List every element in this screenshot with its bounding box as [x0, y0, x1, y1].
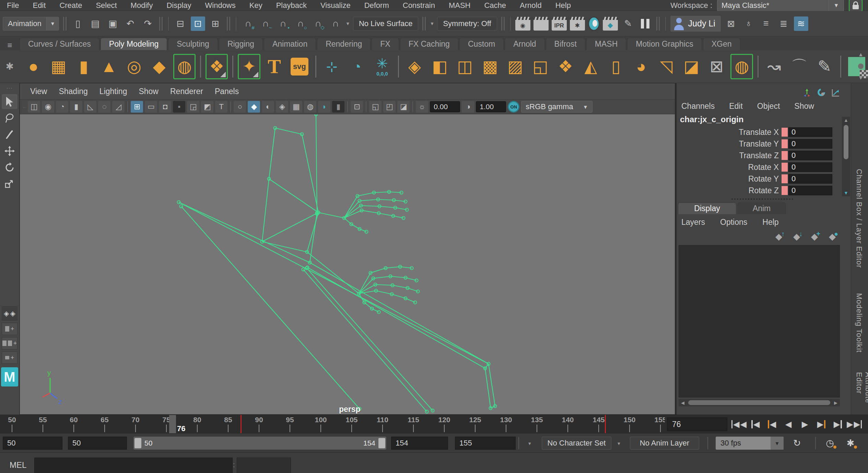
- step-back-frame-button[interactable]: ◀: [748, 417, 763, 432]
- layer-menu-layers[interactable]: Layers: [681, 218, 705, 227]
- go-to-start-button[interactable]: ◀◀: [731, 417, 747, 432]
- pause-viewport-icon[interactable]: [638, 17, 652, 31]
- extrude-icon[interactable]: ◱: [529, 54, 551, 79]
- show-manipulators-icon[interactable]: [801, 87, 812, 98]
- make-live-icon[interactable]: ∩: [328, 16, 343, 31]
- channel-box-menu-edit[interactable]: Edit: [729, 102, 743, 111]
- tab-channel-box-layer-editor[interactable]: Channel Box / Layer Editor: [855, 169, 864, 268]
- selected-object-name[interactable]: char:jx_c_origin: [680, 115, 743, 124]
- scroll-right-icon[interactable]: ▶: [832, 400, 840, 405]
- poly-plane-icon[interactable]: ◆: [148, 54, 170, 79]
- poly-text-icon[interactable]: T: [263, 54, 285, 79]
- paint-effects-icon[interactable]: ✎: [621, 16, 635, 31]
- multi-cut-icon[interactable]: ◪: [680, 54, 703, 79]
- separate-icon[interactable]: ◧: [429, 54, 451, 79]
- wireframe-mode-icon[interactable]: ○: [234, 101, 246, 113]
- user-account[interactable]: Judy Li: [670, 16, 721, 32]
- character-set-dropdown[interactable]: No Character Set: [542, 437, 611, 450]
- xray-joints-icon[interactable]: ◰: [383, 101, 396, 113]
- viewport-camera-icon[interactable]: ◫: [28, 101, 40, 113]
- select-object-icon[interactable]: ⊡: [191, 16, 205, 31]
- film-gate-icon[interactable]: ▭: [145, 101, 157, 113]
- safe-title-icon[interactable]: T: [215, 101, 227, 113]
- play-forwards-button[interactable]: ▶: [797, 417, 812, 432]
- range-end-handle[interactable]: [378, 438, 385, 448]
- shadows-icon[interactable]: ◗: [318, 101, 330, 113]
- menu-file[interactable]: File: [0, 0, 26, 11]
- anim-layer-arrow-icon[interactable]: ▾: [618, 440, 620, 447]
- render-setup-icon[interactable]: ◆: [603, 17, 618, 31]
- exposure-field[interactable]: 0.00: [430, 101, 460, 112]
- poly-cube-icon[interactable]: ▦: [47, 54, 70, 79]
- mirror-icon[interactable]: ◫: [454, 54, 476, 79]
- svg-tool-icon[interactable]: svg: [288, 54, 310, 79]
- channel-label[interactable]: Rotate X: [748, 163, 779, 172]
- playback-end-field[interactable]: 154: [391, 437, 448, 450]
- frame-ruler[interactable]: 5055606570758085909510010511011512012513…: [0, 415, 665, 434]
- snap-to-curve-icon[interactable]: ∩~: [258, 16, 273, 31]
- channel-label[interactable]: Rotate Z: [749, 186, 779, 195]
- camera-lock-icon[interactable]: ◉: [42, 101, 54, 113]
- shelf-menu-icon[interactable]: ≡: [0, 41, 20, 50]
- menu-modify[interactable]: Modify: [124, 0, 160, 11]
- shelf-tab-motion-graphics[interactable]: Motion Graphics: [627, 38, 702, 50]
- channel-value-field[interactable]: 0: [788, 174, 832, 184]
- channel-box-menu-channels[interactable]: Channels: [681, 102, 715, 111]
- panel-grip-dots[interactable]: ∙∙: [23, 104, 25, 110]
- channel-label[interactable]: Translate X: [739, 128, 779, 137]
- open-scene-icon[interactable]: ▤: [88, 16, 103, 31]
- layout-single-pane-button[interactable]: +: [2, 323, 17, 335]
- rotate-tool[interactable]: [2, 160, 17, 175]
- shelf-tab-rendering[interactable]: Rendering: [317, 38, 371, 50]
- create-empty-layer-button[interactable]: ◆+: [808, 231, 821, 242]
- menu-edit[interactable]: Edit: [26, 0, 52, 11]
- move-tool[interactable]: [2, 143, 17, 159]
- channel-box-menu-show[interactable]: Show: [794, 102, 814, 111]
- step-forward-key-button[interactable]: ▶: [814, 417, 829, 432]
- menu-display[interactable]: Display: [160, 0, 198, 11]
- contrast-field[interactable]: 1.00: [476, 101, 506, 112]
- viewport-canvas[interactable]: persp y z: [20, 114, 675, 414]
- last-tool-slot[interactable]: ◈◈: [2, 306, 17, 321]
- fill-hole-icon[interactable]: ▩: [479, 54, 501, 79]
- render-settings-icon[interactable]: ✱: [570, 17, 585, 31]
- playback-start-field[interactable]: 50: [68, 437, 127, 450]
- channel-label[interactable]: Translate Z: [739, 151, 779, 160]
- shelf-tab-bifrost[interactable]: Bifrost: [546, 38, 585, 50]
- snap-to-point-icon[interactable]: ∩•: [276, 16, 290, 31]
- shelf-tab-poly-modeling[interactable]: Poly Modeling: [101, 38, 167, 50]
- combine-icon[interactable]: ◈: [403, 54, 426, 79]
- bookmark-icon[interactable]: ▮: [70, 101, 82, 113]
- channel-value-field[interactable]: 0: [788, 127, 832, 137]
- shelf-tab-fx[interactable]: FX: [372, 38, 399, 50]
- platonic-solid-icon[interactable]: ❖: [206, 54, 228, 79]
- layout-four-pane-button[interactable]: +: [2, 351, 17, 364]
- shelf-tab-curves-surfaces[interactable]: Curves / Surfaces: [20, 38, 99, 50]
- poly-torus-icon[interactable]: ◎: [123, 54, 145, 79]
- save-scene-icon[interactable]: ▣: [106, 16, 120, 31]
- tab-attribute-editor[interactable]: Attribute Editor: [855, 372, 868, 415]
- lock-workspace-button[interactable]: [849, 0, 863, 12]
- shelf-tab-fx-caching[interactable]: FX Caching: [400, 38, 458, 50]
- range-start-handle[interactable]: [134, 438, 141, 448]
- gate-mask-icon[interactable]: ▪: [173, 101, 185, 113]
- shelf-tab-animation[interactable]: Animation: [264, 38, 316, 50]
- current-frame-field[interactable]: 76: [667, 417, 727, 431]
- shelf-tab-custom[interactable]: Custom: [459, 38, 504, 50]
- create-layer-from-selected-button[interactable]: ◆●: [826, 231, 838, 242]
- isolate-select-icon[interactable]: ⊡: [351, 101, 363, 113]
- toolbar-grip[interactable]: [422, 17, 426, 31]
- scroll-thumb[interactable]: [844, 125, 848, 159]
- poly-cone-icon[interactable]: ▲: [98, 54, 120, 79]
- shelf-gear-icon[interactable]: ✱: [0, 61, 19, 72]
- ipr-render-icon[interactable]: IPR: [552, 17, 567, 31]
- toolbar-grip[interactable]: [159, 17, 163, 31]
- panel-menu-shading[interactable]: Shading: [53, 87, 93, 96]
- field-chart-icon[interactable]: ◲: [187, 101, 199, 113]
- layer-menu-options[interactable]: Options: [720, 218, 747, 227]
- layer-list[interactable]: [679, 245, 840, 397]
- animation-end-field[interactable]: 155: [455, 437, 516, 450]
- gamma-dropdown[interactable]: sRGB gamma▼: [521, 101, 593, 113]
- snapshot-icon[interactable]: ◿: [112, 101, 125, 113]
- menu-help[interactable]: Help: [549, 0, 578, 11]
